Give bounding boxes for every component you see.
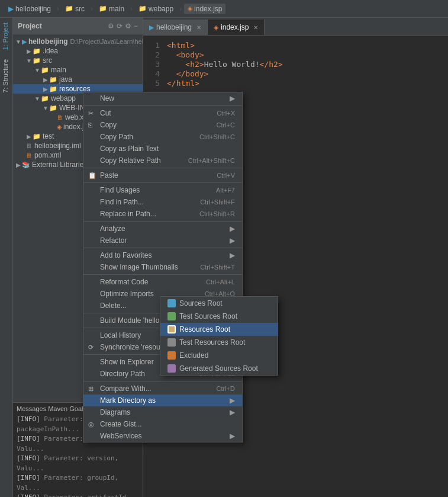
test-resources-root-icon [167,338,176,347]
menu-thumbnails-label: Show Image Thumbnails [100,263,178,271]
menu-history-label: Local History [100,331,141,339]
github-icon: ◎ [88,421,94,428]
menu-item-refactor[interactable]: Refactor ▶ [83,235,242,246]
submenu-sources-root[interactable]: Sources Root [160,297,278,310]
test-sources-root-label: Test Sources Root [179,312,237,320]
compare-icon: ⊞ [88,385,94,393]
menu-copy-label: Copy [100,121,117,129]
menu-create-gist-label: Create Gist... [100,420,142,428]
menu-item-analyze[interactable]: Analyze ▶ [83,223,242,235]
menu-dir-path-label: Directory Path [100,370,145,378]
menu-item-thumbnails[interactable]: Show Image Thumbnails Ctrl+Shift+T [83,261,242,273]
menu-item-new[interactable]: New ▶ [83,92,242,104]
menu-item-find-usages[interactable]: Find Usages Alt+F7 [83,184,242,196]
menu-item-paste[interactable]: 📋 Paste Ctrl+V [83,169,242,181]
test-resources-root-label: Test Resources Root [179,338,245,347]
submenu-gen-sources-root[interactable]: Generated Sources Root [160,362,278,375]
menu-item-replace-path[interactable]: Replace in Path... Ctrl+Shift+R [83,208,242,220]
menu-cut-label: Cut [100,109,111,117]
find-usages-shortcut: Alt+F7 [216,187,235,194]
menu-reformat-label: Reformat Code [100,278,148,286]
menu-analyze-arrow: ▶ [230,225,235,233]
thumbnails-shortcut: Ctrl+Shift+T [200,264,235,271]
paste-icon: 📋 [88,172,96,179]
copy-shortcut: Ctrl+C [217,121,235,129]
submenu-test-resources-root[interactable]: Test Resources Root [160,336,278,349]
resources-root-label: Resources Root [179,325,230,334]
separator-1 [83,105,242,106]
menu-item-reformat[interactable]: Reformat Code Ctrl+Alt+L [83,276,242,288]
excluded-icon [167,351,176,360]
copy-path-shortcut: Ctrl+Shift+C [199,133,235,140]
separator-6 [83,274,242,275]
context-menu-overlay[interactable]: New ▶ ✂ Cut Ctrl+X ⎘ Copy Ctrl+C Copy Pa… [0,0,448,497]
sync-icon: ⟳ [88,344,94,351]
gen-sources-root-icon [167,364,176,373]
menu-webservices-arrow: ▶ [230,432,235,440]
menu-item-compare[interactable]: ⊞ Compare With... Ctrl+D [83,383,242,395]
menu-new-arrow: ▶ [230,94,235,102]
test-sources-root-icon [167,312,176,320]
menu-compare-label: Compare With... [100,384,152,393]
menu-item-cut[interactable]: ✂ Cut Ctrl+X [83,107,242,119]
menu-copy-plain-label: Copy as Plain Text [100,145,159,153]
menu-item-copy-rel[interactable]: Copy Relative Path Ctrl+Alt+Shift+C [83,155,242,166]
sources-root-label: Sources Root [179,299,223,307]
sources-root-icon [167,299,176,307]
menu-replace-path-label: Replace in Path... [100,210,156,218]
separator-4 [83,221,242,222]
separator-3 [83,182,242,183]
menu-optimize-label: Optimize Imports [100,290,154,298]
menu-item-favorites[interactable]: Add to Favorites ▶ [83,249,242,261]
mark-directory-submenu: Sources Root Test Sources Root Resources… [160,296,278,376]
menu-copy-rel-label: Copy Relative Path [100,156,161,165]
reformat-shortcut: Ctrl+Alt+L [206,278,235,286]
menu-mark-dir-label: Mark Directory as [100,396,156,405]
context-menu: New ▶ ✂ Cut Ctrl+X ⎘ Copy Ctrl+C Copy Pa… [83,92,243,443]
cut-shortcut: Ctrl+X [217,110,235,117]
menu-diagrams-label: Diagrams [100,408,130,416]
menu-item-find-path[interactable]: Find in Path... Ctrl+Shift+F [83,196,242,208]
menu-favorites-label: Add to Favorites [100,251,152,259]
menu-item-copy[interactable]: ⎘ Copy Ctrl+C [83,119,242,131]
menu-find-path-label: Find in Path... [100,198,144,206]
separator-10 [83,381,242,381]
gen-sources-root-label: Generated Sources Root [179,364,258,373]
separator-2 [83,168,242,168]
menu-analyze-label: Analyze [100,225,125,233]
menu-new-label: New [100,94,114,102]
menu-item-webservices[interactable]: WebServices ▶ [83,430,242,442]
find-path-shortcut: Ctrl+Shift+F [200,198,235,206]
menu-webservices-label: WebServices [100,432,141,440]
menu-item-create-gist[interactable]: ◎ Create Gist... [83,418,242,430]
menu-delete-label: Delete... [100,302,127,310]
copy-rel-shortcut: Ctrl+Alt+Shift+C [188,157,235,164]
paste-shortcut: Ctrl+V [217,172,235,179]
menu-explorer-label: Show in Explorer [100,358,154,366]
menu-item-mark-dir[interactable]: Mark Directory as ▶ [83,395,242,406]
menu-refactor-label: Refactor [100,236,127,245]
menu-refactor-arrow: ▶ [230,236,235,245]
replace-path-shortcut: Ctrl+Shift+R [199,210,235,217]
resources-root-icon [167,325,176,334]
menu-paste-label: Paste [100,171,118,179]
submenu-resources-root[interactable]: Resources Root [160,323,278,336]
submenu-excluded[interactable]: Excluded [160,349,278,362]
compare-shortcut: Ctrl+D [217,385,235,392]
menu-mark-dir-arrow: ▶ [230,396,235,405]
menu-item-diagrams[interactable]: Diagrams ▶ [83,406,242,418]
menu-diagrams-arrow: ▶ [230,408,235,416]
submenu-test-sources-root[interactable]: Test Sources Root [160,310,278,323]
excluded-label: Excluded [179,351,208,360]
menu-find-usages-label: Find Usages [100,186,140,194]
menu-item-copy-plain[interactable]: Copy as Plain Text [83,143,242,155]
separator-5 [83,248,242,248]
cut-icon: ✂ [88,110,94,117]
menu-item-copy-path[interactable]: Copy Path Ctrl+Shift+C [83,131,242,143]
copy-icon: ⎘ [88,121,92,129]
menu-copy-path-label: Copy Path [100,133,133,141]
menu-favorites-arrow: ▶ [230,251,235,259]
